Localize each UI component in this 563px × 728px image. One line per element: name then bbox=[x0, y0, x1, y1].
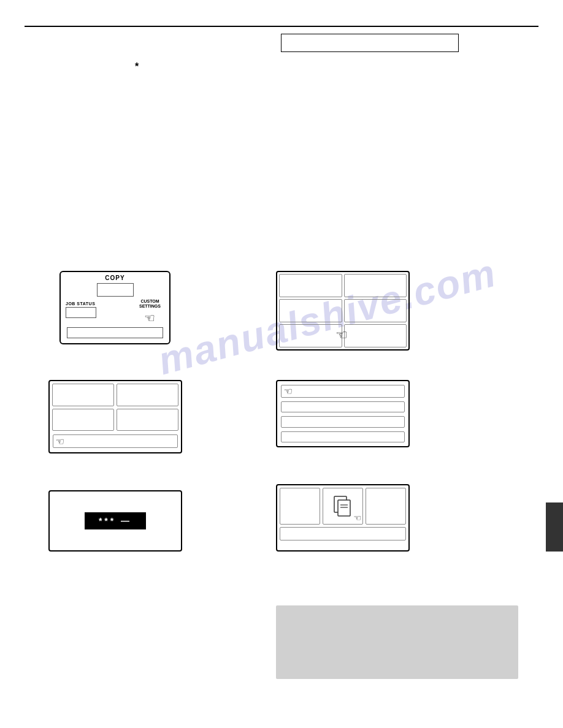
menu-grid-right-diagram: ☞ bbox=[276, 271, 410, 351]
right-tab-marker bbox=[546, 502, 563, 552]
list-item-1[interactable] bbox=[281, 401, 405, 412]
grid-cell-r2[interactable] bbox=[344, 274, 407, 297]
list-diagram-right: ☞ bbox=[276, 380, 410, 447]
copy-screen bbox=[97, 283, 134, 297]
job-status-btn[interactable] bbox=[66, 307, 96, 318]
copy-label: COPY bbox=[105, 275, 124, 281]
asterisk-marker: * bbox=[135, 61, 139, 72]
panel-bottom-bar bbox=[67, 327, 163, 338]
menu-cell-4[interactable] bbox=[117, 409, 178, 431]
icon-bottom-bar bbox=[280, 527, 406, 540]
list-item-hand[interactable]: ☞ bbox=[281, 385, 405, 398]
hand-pointer-icon-5[interactable]: ☞ bbox=[353, 513, 361, 523]
menu-bottom-bar: ☞ bbox=[53, 434, 178, 448]
hand-pointer-icon[interactable]: ☞ bbox=[144, 311, 155, 325]
hand-pointer-icon-4[interactable]: ☞ bbox=[284, 385, 293, 397]
icon-cell-3[interactable] bbox=[366, 488, 406, 525]
list-item-2[interactable] bbox=[281, 416, 405, 427]
header-box bbox=[281, 34, 459, 52]
list-item-3[interactable] bbox=[281, 431, 405, 442]
info-box bbox=[276, 605, 518, 679]
top-rule bbox=[25, 26, 538, 27]
menu-cell-3[interactable] bbox=[52, 409, 114, 431]
custom-settings-label: CUSTOM SETTINGS bbox=[139, 299, 161, 309]
menu-cell-1[interactable] bbox=[52, 384, 114, 406]
icon-grid-right-diagram: ☞ bbox=[276, 484, 410, 552]
menu-grid-left-diagram: ☞ bbox=[48, 380, 182, 453]
copy-panel-diagram: COPY JOB STATUS CUSTOM SETTINGS ☞ bbox=[59, 271, 170, 344]
grid-cell-r4[interactable] bbox=[344, 299, 407, 322]
grid-cell-r6[interactable] bbox=[344, 324, 407, 347]
job-status-label: JOB STATUS bbox=[66, 301, 96, 306]
svg-rect-1 bbox=[338, 500, 350, 516]
icon-cell-1[interactable] bbox=[280, 488, 320, 525]
icon-cell-2[interactable]: ☞ bbox=[323, 488, 363, 525]
hand-pointer-icon-3[interactable]: ☞ bbox=[335, 327, 348, 343]
pin-display: *** — bbox=[85, 512, 146, 529]
grid-cell-r3[interactable] bbox=[279, 299, 342, 322]
hand-pointer-icon-2[interactable]: ☞ bbox=[56, 436, 64, 447]
copy-doc-icon bbox=[333, 495, 353, 517]
pin-entry-diagram: *** — bbox=[48, 490, 182, 552]
grid-cell-r5 bbox=[279, 324, 342, 347]
menu-cell-2[interactable] bbox=[117, 384, 178, 406]
grid-cell-r1[interactable] bbox=[279, 274, 342, 297]
